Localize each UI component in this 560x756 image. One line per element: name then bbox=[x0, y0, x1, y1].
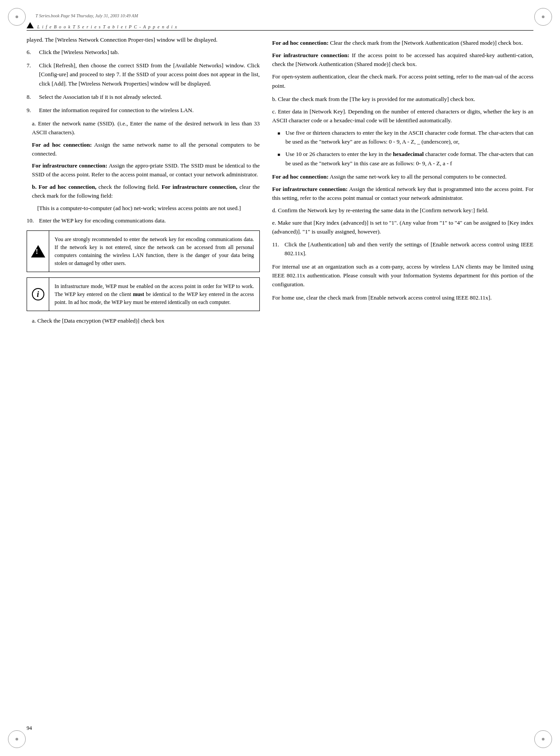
right-sub-c: c. Enter data in [Network Key]. Dependin… bbox=[272, 107, 533, 125]
right-adhoc-text: Clear the check mark from the [Network A… bbox=[329, 39, 523, 46]
right-sub-d: d. Confirm the Network key by re-enterin… bbox=[272, 206, 533, 215]
right-sub-e-label: e. Make sure that [Key index (advanced)]… bbox=[272, 218, 533, 236]
right-sub-b-label: b. Clear the check mark from the [The ke… bbox=[272, 95, 533, 104]
warning-text: You are strongly recommended to enter th… bbox=[49, 231, 259, 272]
right-adhoc2-text: Assign the same net-work key to all the … bbox=[329, 173, 506, 180]
intro-para: played. The [Wireless Network Connection… bbox=[27, 35, 260, 44]
internal-para: For internal use at an organization such… bbox=[272, 262, 533, 289]
page: T Series.book Page 94 Thursday, July 31,… bbox=[0, 0, 560, 756]
right-infra2-bold: For infrastructure connection: bbox=[272, 186, 348, 192]
right-adhoc-bold: For ad hoc connection: bbox=[272, 39, 329, 46]
sub-b-infra-bold: For infrastructure connection, bbox=[161, 183, 237, 190]
item-number-7: 7. bbox=[27, 61, 39, 88]
item-content-9: Enter the information required for conne… bbox=[39, 106, 260, 115]
corner-circle-tr bbox=[534, 8, 552, 26]
bullet-square-2: ■ bbox=[278, 150, 286, 168]
item-content-7: Click [Refresh], then choose the correct… bbox=[39, 61, 260, 88]
right-adhoc-para: For ad hoc connection: Clear the check m… bbox=[272, 39, 533, 47]
bullet-content-1: Use five or thirteen characters to enter… bbox=[286, 129, 533, 146]
adhoc-bold: For ad hoc connection: bbox=[32, 141, 92, 148]
right-infra-note2: For infrastructure connection: Assign th… bbox=[272, 185, 533, 203]
corner-circle-tl bbox=[8, 8, 26, 26]
info-text-bold: must bbox=[133, 291, 144, 297]
item-content-8: Select the Association tab if it is not … bbox=[39, 93, 260, 101]
header-title: L i f e B o o k T S e r i e s T a b l e … bbox=[37, 24, 177, 29]
right-sub-e: e. Make sure that [Key index (advanced)]… bbox=[272, 218, 533, 236]
date-stamp: T Series.book Page 94 Thursday, July 31,… bbox=[35, 13, 138, 18]
right-infra-para: For infrastructure connection: If the ac… bbox=[272, 51, 533, 69]
page-number: 94 bbox=[27, 725, 32, 732]
info-text: In infrastructure mode, WEP must be enab… bbox=[49, 278, 259, 311]
main-content: played. The [Wireless Network Connection… bbox=[27, 35, 533, 729]
info-box: i In infrastructure mode, WEP must be en… bbox=[27, 277, 260, 311]
right-infra2-para: For infrastructure connection: Assign th… bbox=[272, 185, 533, 203]
sub-b-rest: check the following field. bbox=[96, 183, 161, 190]
sub-a-infra: For infrastructure connection: Assign th… bbox=[32, 161, 260, 179]
bullet2-text1: Use 10 or 26 characters to enter the key… bbox=[286, 151, 393, 157]
sub-a-adhoc: For ad hoc connection: Assign the same n… bbox=[32, 140, 260, 158]
left-column: played. The [Wireless Network Connection… bbox=[27, 35, 260, 729]
item-content-11: Click the [Authentication] tab and then … bbox=[285, 240, 533, 258]
bullet-item-2: ■ Use 10 or 26 characters to enter the k… bbox=[278, 150, 533, 168]
right-adhoc-note2: For ad hoc connection: Assign the same n… bbox=[272, 172, 533, 181]
sub-b-adhoc-bold: b. For ad hoc connection, bbox=[32, 183, 96, 190]
open-system-para: For open-system authentication, clear th… bbox=[272, 72, 533, 90]
item-number-9: 9. bbox=[27, 106, 39, 115]
info-icon: i bbox=[32, 288, 44, 300]
sub-item-b: b. For ad hoc connection, check the foll… bbox=[32, 183, 260, 213]
sub-a2-label: a. Check the [Data encryption (WEP enabl… bbox=[32, 316, 260, 325]
right-sub-c-label: c. Enter data in [Network Key]. Dependin… bbox=[272, 107, 533, 125]
item-number-6: 6. bbox=[27, 48, 39, 57]
sub-b-label: b. For ad hoc connection, check the foll… bbox=[32, 183, 260, 200]
item-number-8: 8. bbox=[27, 93, 39, 101]
bullet-item-1: ■ Use five or thirteen characters to ent… bbox=[278, 129, 533, 146]
item-number-11: 11. bbox=[272, 240, 285, 258]
list-item-7: 7. Click [Refresh], then choose the corr… bbox=[27, 61, 260, 88]
sub-b-bracket: [This is a computer-to-computer (ad hoc)… bbox=[37, 204, 260, 213]
item-number-10: 10. bbox=[27, 216, 39, 225]
bullet2-bold: hexadecimal bbox=[393, 151, 423, 157]
list-item-6: 6. Click the [Wireless Networks] tab. bbox=[27, 48, 260, 57]
sub-a-label: a. Enter the network name (SSID). (i.e.,… bbox=[32, 119, 260, 137]
info-icon-area: i bbox=[27, 278, 49, 311]
item-content-6: Click the [Wireless Networks] tab. bbox=[39, 48, 260, 57]
corner-circle-br bbox=[534, 730, 552, 748]
right-sub-b: b. Clear the check mark from the [The ke… bbox=[272, 95, 533, 104]
sub-item-a2: a. Check the [Data encryption (WEP enabl… bbox=[32, 316, 260, 325]
infra-bold: For infrastructure connection: bbox=[32, 162, 107, 169]
sub-item-a: a. Enter the network name (SSID). (i.e.,… bbox=[32, 119, 260, 179]
list-item-11: 11. Click the [Authentication] tab and t… bbox=[272, 240, 533, 258]
page-header: L i f e B o o k T S e r i e s T a b l e … bbox=[27, 22, 533, 32]
right-adhoc-note: For ad hoc connection: Clear the check m… bbox=[272, 39, 533, 47]
warning-box: You are strongly recommended to enter th… bbox=[27, 230, 260, 272]
item-content-10: Enter the WEP key for encoding communica… bbox=[39, 216, 260, 225]
header-triangle-icon bbox=[27, 22, 34, 28]
right-column: For ad hoc connection: Clear the check m… bbox=[272, 35, 533, 729]
list-item-8: 8. Select the Association tab if it is n… bbox=[27, 93, 260, 101]
right-infra-note: For infrastructure connection: If the ac… bbox=[272, 51, 533, 69]
warning-icon-area bbox=[27, 231, 49, 272]
bullet-square-1: ■ bbox=[278, 129, 286, 146]
list-item-10: 10. Enter the WEP key for encoding commu… bbox=[27, 216, 260, 225]
right-adhoc2-bold: For ad hoc connection: bbox=[272, 173, 329, 180]
warning-triangle-icon bbox=[31, 245, 45, 257]
bullet-content-2: Use 10 or 26 characters to enter the key… bbox=[286, 150, 533, 168]
right-infra-bold: For infrastructure connection: bbox=[272, 52, 349, 58]
right-sub-d-label: d. Confirm the Network key by re-enterin… bbox=[272, 206, 533, 215]
right-adhoc2-para: For ad hoc connection: Assign the same n… bbox=[272, 172, 533, 181]
home-para: For home use, clear the check mark from … bbox=[272, 293, 533, 302]
corner-circle-bl bbox=[8, 730, 26, 748]
list-item-9: 9. Enter the information required for co… bbox=[27, 106, 260, 115]
